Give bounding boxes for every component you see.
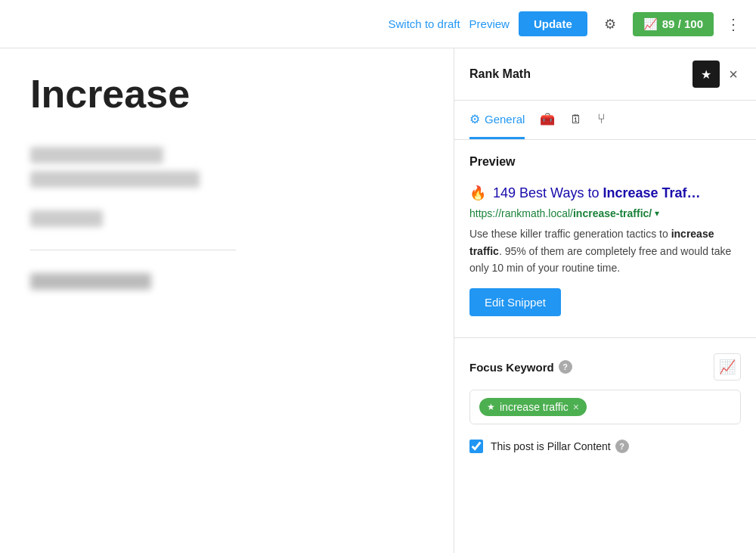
keyword-tag-close-icon[interactable]: × bbox=[573, 401, 579, 413]
update-button[interactable]: Update bbox=[519, 11, 587, 36]
preview-title-bold: Increase Traf… bbox=[603, 185, 700, 200]
panel-star-button[interactable]: ★ bbox=[692, 61, 720, 88]
preview-box: 🔥 149 Best Ways to Increase Traf… https:… bbox=[469, 181, 741, 319]
pillar-content-row: This post is Pillar Content ? bbox=[469, 440, 741, 453]
preview-url-arrow[interactable]: ▾ bbox=[655, 208, 659, 219]
blurred-line-2 bbox=[30, 171, 200, 188]
preview-url-bold: increase-traffic/ bbox=[573, 207, 652, 219]
main-content-area: Increase bbox=[0, 48, 302, 553]
preview-url-row: https://rankmath.local/increase-traffic/… bbox=[469, 207, 741, 219]
preview-description: Use these killer traffic generation tact… bbox=[469, 225, 741, 276]
keyword-tag-text: increase traffic bbox=[500, 401, 569, 413]
blurred-line-1 bbox=[30, 147, 163, 163]
panel-header: Rank Math ★ × bbox=[454, 48, 756, 101]
tab-general-label: General bbox=[485, 113, 525, 126]
preview-bold-keyword: increase traffic bbox=[469, 228, 714, 256]
keyword-star-icon: ★ bbox=[487, 402, 495, 412]
tab-advanced[interactable]: ⑂ bbox=[597, 101, 606, 140]
focus-keyword-help-icon[interactable]: ? bbox=[559, 360, 572, 374]
share-tab-icon: ⑂ bbox=[597, 111, 606, 127]
focus-keyword-section: Focus Keyword ? 📈 ★ increase traffic × bbox=[469, 353, 741, 424]
fire-emoji: 🔥 bbox=[469, 185, 486, 200]
pillar-content-checkbox[interactable] bbox=[469, 440, 483, 453]
preview-button[interactable]: Preview bbox=[469, 17, 510, 30]
toolbox-tab-icon: 🧰 bbox=[540, 112, 555, 126]
gear-tab-icon: ⚙ bbox=[469, 112, 480, 126]
focus-keyword-header: Focus Keyword ? 📈 bbox=[469, 353, 741, 381]
pillar-content-label: This post is Pillar Content ? bbox=[491, 440, 629, 453]
score-value: 89 / 100 bbox=[662, 17, 703, 30]
blurred-line-bottom bbox=[30, 273, 151, 290]
tab-social[interactable]: 🧰 bbox=[540, 101, 555, 139]
pillar-label-text: This post is Pillar Content bbox=[491, 440, 611, 452]
gear-icon[interactable]: ⚙ bbox=[596, 11, 624, 38]
tab-schema[interactable]: 🗓 bbox=[570, 102, 582, 139]
switch-to-draft-button[interactable]: Switch to draft bbox=[389, 17, 460, 30]
focus-keyword-title: Focus Keyword bbox=[469, 361, 554, 374]
rankmath-panel: Rank Math ★ × ⚙ General 🧰 🗓 ⑂ Preview 🔥 bbox=[454, 48, 756, 553]
preview-section: Preview 🔥 149 Best Ways to Increase Traf… bbox=[469, 155, 741, 319]
preview-url-base: https://rankmath.local/ bbox=[469, 207, 573, 219]
preview-url: https://rankmath.local/increase-traffic/ bbox=[469, 207, 652, 219]
keyword-chart-button[interactable]: 📈 bbox=[714, 353, 741, 381]
preview-section-title: Preview bbox=[469, 155, 741, 169]
tab-general[interactable]: ⚙ General bbox=[469, 101, 525, 139]
content-divider bbox=[30, 250, 236, 250]
focus-keyword-title-row: Focus Keyword ? bbox=[469, 360, 572, 374]
blurred-line-3 bbox=[30, 210, 103, 227]
score-button[interactable]: 📈 89 / 100 bbox=[633, 12, 714, 36]
preview-page-title: 🔥 149 Best Ways to Increase Traf… bbox=[469, 184, 741, 203]
panel-divider bbox=[454, 337, 756, 338]
pillar-help-icon[interactable]: ? bbox=[615, 440, 629, 453]
panel-tabs: ⚙ General 🧰 🗓 ⑂ bbox=[454, 101, 756, 140]
toolbar: Switch to draft Preview Update ⚙ 📈 89 / … bbox=[0, 0, 756, 48]
score-trend-icon: 📈 bbox=[643, 17, 658, 31]
panel-body: Preview 🔥 149 Best Ways to Increase Traf… bbox=[454, 140, 756, 553]
more-options-button[interactable]: ⋮ bbox=[723, 12, 744, 36]
panel-title: Rank Math bbox=[469, 67, 531, 81]
chart-icon: 📈 bbox=[719, 359, 736, 375]
panel-close-button[interactable]: × bbox=[726, 64, 741, 85]
edit-snippet-button[interactable]: Edit Snippet bbox=[469, 288, 561, 316]
calendar-tab-icon: 🗓 bbox=[570, 113, 582, 126]
preview-title-start: 149 Best Ways to bbox=[493, 185, 603, 200]
page-title: Increase bbox=[30, 71, 272, 117]
keyword-tag: ★ increase traffic × bbox=[479, 398, 587, 416]
keyword-input-box[interactable]: ★ increase traffic × bbox=[469, 390, 741, 424]
panel-header-actions: ★ × bbox=[692, 61, 741, 88]
